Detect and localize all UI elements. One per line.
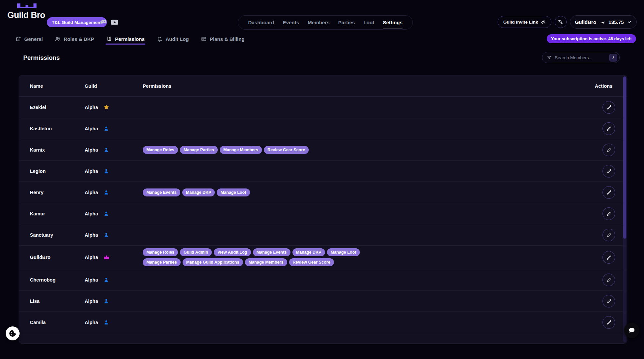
permission-badge: Manage Parties [143, 258, 181, 266]
permission-badge: Review Gear Score [264, 146, 309, 154]
chat-widget-button[interactable] [624, 323, 639, 338]
table-row: Lisa Alpha [19, 291, 627, 312]
main-nav: DashboardEventsMembersPartiesLootSetting… [238, 15, 413, 30]
member-name: Kastleton [30, 126, 85, 131]
book-icon [106, 36, 112, 42]
member-icon [103, 232, 109, 238]
member-name: Kamur [30, 211, 85, 216]
guild-name: Alpha [85, 277, 98, 283]
castle-icon [15, 36, 21, 42]
tab-audit-log[interactable]: Audit Log [157, 36, 189, 42]
table-row: Karnix Alpha Manage RolesManage PartiesM… [19, 139, 627, 161]
tab-plans-billing[interactable]: Plans & Billing [201, 36, 245, 42]
edit-permissions-button[interactable] [603, 207, 615, 220]
table-row: Ezekiel Alpha [19, 97, 627, 118]
edit-permissions-button[interactable] [603, 316, 615, 329]
permissions-list [143, 299, 395, 304]
guild-name: Alpha [85, 190, 98, 195]
permission-badge: Review Gear Score [289, 258, 334, 266]
pencil-icon [606, 255, 612, 260]
nav-item-settings[interactable]: Settings [383, 16, 402, 29]
edit-permissions-button[interactable] [603, 144, 615, 156]
chevron-down-icon [627, 20, 632, 25]
nav-item-dashboard[interactable]: Dashboard [248, 16, 274, 29]
edit-permissions-button[interactable] [603, 165, 615, 178]
table-scrollbar-thumb[interactable] [623, 76, 626, 239]
edit-permissions-button[interactable] [603, 295, 615, 307]
discord-icon[interactable] [100, 19, 108, 26]
tab-permissions[interactable]: Permissions [106, 36, 145, 42]
pencil-icon [606, 232, 612, 238]
edit-permissions-button[interactable] [603, 274, 615, 286]
brand-crown-icon [17, 3, 37, 10]
search-members-input[interactable] [555, 55, 606, 60]
subscription-status-badge: Your subscription is active. 46 days lef… [547, 34, 636, 43]
edit-permissions-button[interactable] [603, 229, 615, 241]
header-right: Guild Invite Link GuildBro 135.75 [498, 15, 637, 29]
pencil-icon [606, 168, 612, 174]
member-name: Camila [30, 320, 85, 325]
permission-badge: Manage Members [220, 146, 262, 154]
nav-item-members[interactable]: Members [308, 16, 330, 29]
member-name: Henry [30, 190, 85, 195]
permissions-list [143, 232, 395, 238]
nav-item-parties[interactable]: Parties [338, 16, 355, 29]
search-members-box[interactable]: / [542, 52, 620, 63]
permission-badge: Manage Guild Applications [183, 258, 243, 266]
permission-badge: Manage Members [245, 258, 287, 266]
table-scrollbar[interactable] [623, 76, 626, 342]
people-icon [55, 36, 61, 42]
translate-icon [558, 19, 563, 25]
permissions-list: Manage EventsManage DKPManage Loot [143, 186, 395, 199]
permissions-table-card: Name Guild Permissions Actions Ezekiel A… [19, 75, 627, 344]
member-name: Ezekiel [30, 105, 85, 110]
permission-badge: Manage Loot [217, 188, 250, 196]
guild-name: Alpha [85, 169, 98, 174]
edit-permissions-button[interactable] [603, 101, 615, 114]
column-permissions: Permissions [143, 83, 573, 89]
brand-logo[interactable]: Guild Bro [7, 10, 45, 20]
permissions-list: Manage RolesManage PartiesManage Members… [143, 143, 395, 157]
bell-icon [157, 36, 163, 42]
edit-permissions-button[interactable] [603, 186, 615, 199]
cookie-settings-button[interactable] [6, 326, 20, 340]
guild-name: Alpha [85, 232, 98, 238]
filter-icon [547, 55, 552, 60]
billing-icon [201, 36, 207, 42]
table-row: Kamur Alpha [19, 203, 627, 224]
tab-roles-dkp[interactable]: Roles & DKP [55, 36, 94, 42]
nav-item-events[interactable]: Events [283, 16, 299, 29]
chat-bubble-icon [628, 326, 636, 334]
guild-name: Alpha [85, 126, 98, 131]
pencil-icon [606, 189, 612, 195]
table-body: Ezekiel Alpha Kastleton Alpha [19, 97, 627, 333]
member-name: Legion [30, 169, 85, 174]
edit-permissions-button[interactable] [603, 122, 615, 135]
table-row: Kastleton Alpha [19, 118, 627, 139]
permission-badge: Manage Loot [327, 248, 360, 256]
table-header: Name Guild Permissions Actions [19, 75, 627, 97]
youtube-icon[interactable] [111, 19, 119, 26]
permissions-list [143, 277, 395, 283]
permissions-list [143, 105, 395, 110]
star-icon [103, 104, 110, 110]
member-name: Chernobog [30, 277, 85, 283]
cookie-icon [8, 329, 17, 338]
guild-invite-link-button[interactable]: Guild Invite Link [498, 16, 551, 28]
link-icon [541, 20, 546, 25]
translate-button[interactable] [555, 16, 567, 28]
nav-item-loot[interactable]: Loot [363, 16, 374, 29]
guild-name: Alpha [85, 320, 98, 325]
edit-permissions-button[interactable] [603, 251, 615, 264]
permission-badge: Manage Events [143, 188, 180, 196]
pencil-icon [606, 104, 612, 110]
tab-general[interactable]: General [15, 36, 43, 42]
guild-name: Alpha [85, 299, 98, 304]
account-menu-button[interactable]: GuildBro 135.75 [570, 15, 637, 29]
pencil-icon [606, 319, 612, 325]
permissions-list [143, 320, 395, 325]
page-title: Permissions [23, 54, 60, 61]
crown-icon [103, 254, 110, 261]
member-name: Lisa [30, 299, 85, 304]
member-icon [103, 319, 109, 325]
